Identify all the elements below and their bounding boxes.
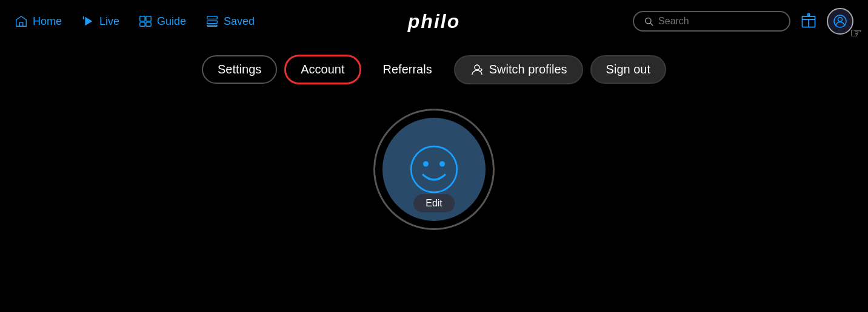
nav-home-label: Home — [33, 15, 62, 28]
svg-rect-4 — [146, 22, 151, 26]
nav-live[interactable]: Live — [81, 15, 119, 28]
search-box[interactable] — [633, 11, 790, 32]
svg-rect-3 — [140, 22, 145, 26]
nav-home[interactable]: Home — [15, 15, 62, 28]
nav-guide[interactable]: Guide — [139, 15, 186, 28]
search-input[interactable] — [658, 16, 780, 27]
main-nav: Home Live Guide — [0, 0, 868, 42]
svg-point-16 — [439, 161, 445, 167]
svg-point-13 — [475, 65, 479, 70]
saved-icon — [205, 15, 219, 28]
nav-saved-label: Saved — [224, 15, 255, 28]
svg-point-15 — [423, 161, 429, 167]
gift-icon — [800, 12, 817, 29]
nav-right: ☞ — [633, 8, 853, 35]
home-icon — [15, 15, 28, 28]
svg-rect-6 — [207, 21, 218, 24]
referrals-button[interactable]: Referrals — [369, 56, 447, 83]
profile-button[interactable] — [827, 8, 853, 35]
switch-profiles-label: Switch profiles — [489, 63, 567, 76]
svg-rect-7 — [207, 25, 218, 26]
svg-point-12 — [838, 18, 843, 22]
svg-rect-2 — [146, 16, 151, 21]
menu-bar: Settings Account Referrals Switch profil… — [0, 42, 868, 97]
smiley-face-icon — [407, 142, 461, 197]
profile-avatar-icon — [833, 14, 847, 29]
svg-point-14 — [411, 146, 457, 192]
svg-rect-1 — [140, 16, 145, 21]
svg-rect-5 — [207, 16, 218, 19]
switch-profiles-icon — [470, 63, 484, 77]
guide-icon — [139, 15, 152, 28]
gift-button[interactable] — [800, 12, 817, 31]
nav-live-label: Live — [99, 15, 119, 28]
nav-left: Home Live Guide — [15, 15, 255, 28]
profile-circle-outer: Edit — [373, 109, 495, 230]
svg-marker-0 — [85, 17, 92, 26]
settings-button[interactable]: Settings — [202, 55, 277, 84]
nav-guide-label: Guide — [157, 15, 186, 28]
switch-profiles-button[interactable]: Switch profiles — [454, 55, 583, 84]
sign-out-button[interactable]: Sign out — [590, 55, 666, 84]
nav-saved[interactable]: Saved — [205, 15, 255, 28]
search-icon — [644, 16, 653, 27]
logo: philo — [408, 10, 460, 33]
profile-area: Edit — [0, 109, 868, 230]
live-icon — [81, 15, 95, 28]
edit-button[interactable]: Edit — [413, 194, 455, 212]
svg-line-9 — [650, 23, 653, 25]
account-button[interactable]: Account — [284, 55, 361, 84]
profile-circle-inner: Edit — [382, 118, 486, 221]
